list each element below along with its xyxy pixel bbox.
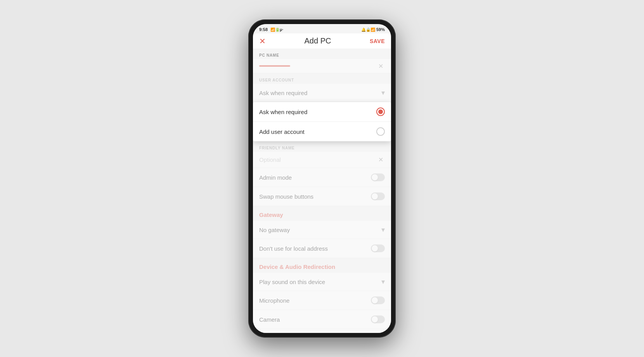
app-bar-title: Add PC: [304, 36, 331, 45]
play-sound-arrow: ▾: [381, 277, 385, 286]
friendly-name-clear-button[interactable]: ✕: [377, 154, 385, 165]
status-icons-right: 🔔🔒📶: [361, 28, 375, 32]
user-account-value: Ask when required: [259, 90, 381, 96]
gateway-title: Gateway: [259, 211, 283, 218]
status-icons: 📶🔋μ·: [270, 28, 283, 32]
camera-row: Camera: [253, 310, 391, 329]
user-account-arrow: ▾: [381, 88, 385, 97]
play-sound-dropdown-row[interactable]: Play sound on this device ▾: [253, 273, 391, 291]
option-ask-label: Ask when required: [259, 109, 307, 115]
user-account-popup: Ask when required Add user account: [253, 102, 391, 141]
option-add-user-account[interactable]: Add user account: [253, 122, 391, 141]
option-add-label: Add user account: [259, 128, 305, 135]
close-button[interactable]: ✕: [259, 37, 266, 45]
admin-mode-toggle[interactable]: [371, 173, 385, 181]
device-audio-section-header: Device & Audio Redirection: [253, 258, 391, 273]
scroll-content: PC NAME ✕ USER ACCOUNT Ask when required…: [253, 49, 391, 333]
friendly-name-row[interactable]: ✕: [253, 152, 391, 168]
app-bar: ✕ Add PC SAVE: [253, 33, 391, 49]
status-left: 9:58 📶🔋μ·: [259, 27, 283, 32]
play-sound-value: Play sound on this device: [259, 279, 381, 285]
battery-level: 59%: [376, 27, 385, 32]
dont-use-local-toggle[interactable]: [371, 244, 385, 252]
status-time: 9:58: [259, 27, 268, 32]
radio-ask: [376, 107, 385, 116]
friendly-name-label: FRIENDLY NAME: [253, 141, 391, 152]
storage-row: Storage: [253, 329, 391, 333]
swap-mouse-buttons-toggle[interactable]: [371, 192, 385, 200]
pc-name-row[interactable]: ✕: [253, 59, 391, 73]
phone-screen: 9:58 📶🔋μ· 🔔🔒📶 59% ✕ Add PC SAVE PC NAME …: [253, 24, 391, 333]
gateway-dropdown-row[interactable]: No gateway ▾: [253, 221, 391, 239]
camera-label: Camera: [259, 316, 280, 323]
gateway-section-header: Gateway: [253, 206, 391, 221]
microphone-label: Microphone: [259, 297, 289, 304]
friendly-name-input[interactable]: [259, 153, 377, 166]
gateway-arrow: ▾: [381, 225, 385, 234]
radio-add: [376, 127, 385, 136]
admin-mode-label: Admin mode: [259, 174, 292, 181]
pc-name-value: [259, 65, 290, 67]
microphone-toggle[interactable]: [371, 296, 385, 304]
dont-use-local-label: Don't use for local address: [259, 245, 328, 252]
radio-ask-inner: [378, 109, 383, 114]
status-right: 🔔🔒📶 59%: [361, 27, 385, 32]
user-account-label: USER ACCOUNT: [253, 73, 391, 84]
swap-mouse-buttons-label: Swap mouse buttons: [259, 193, 313, 200]
device-audio-title: Device & Audio Redirection: [259, 263, 335, 270]
user-account-dropdown[interactable]: Ask when required ▾: [253, 84, 391, 102]
camera-toggle[interactable]: [371, 315, 385, 323]
pc-name-label: PC NAME: [253, 49, 391, 59]
phone-frame: 9:58 📶🔋μ· 🔔🔒📶 59% ✕ Add PC SAVE PC NAME …: [248, 19, 396, 338]
option-ask-when-required[interactable]: Ask when required: [253, 102, 391, 122]
dont-use-local-row: Don't use for local address: [253, 239, 391, 258]
admin-mode-row: Admin mode: [253, 168, 391, 187]
microphone-row: Microphone: [253, 291, 391, 310]
save-button[interactable]: SAVE: [370, 38, 385, 44]
swap-mouse-buttons-row: Swap mouse buttons: [253, 187, 391, 206]
pc-name-clear-button[interactable]: ✕: [377, 61, 385, 71]
gateway-value: No gateway: [259, 227, 381, 233]
status-bar: 9:58 📶🔋μ· 🔔🔒📶 59%: [253, 24, 391, 33]
